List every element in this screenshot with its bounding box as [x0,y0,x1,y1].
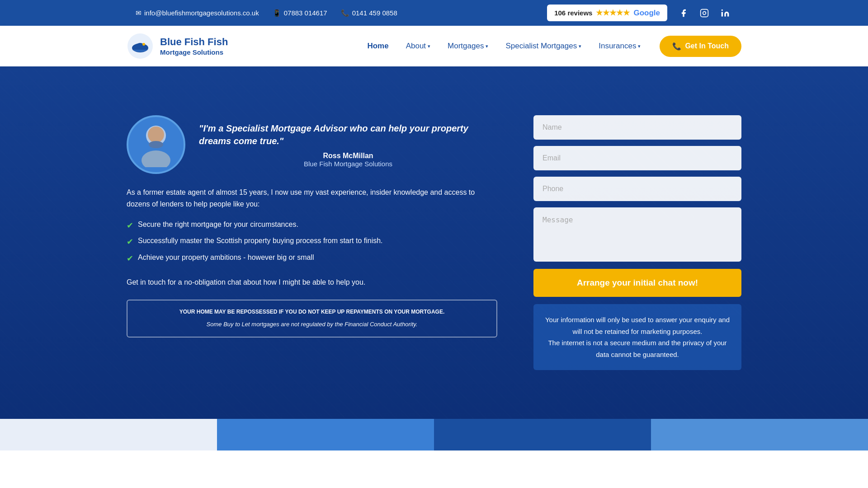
disclaimer-italic: Some Buy to Let mortgages are not regula… [137,320,487,329]
nav-mortgages[interactable]: Mortgages ▾ [441,38,495,54]
logo-line2: Mortgage Solutions [160,48,228,56]
hero-content: "I'm a Specialist Mortgage Advisor who c… [127,115,741,370]
strip-card-1 [0,419,217,450]
advisor-avatar [127,115,185,174]
whatsapp-icon: 📱 [273,9,281,17]
header: Blue Fish Fish Mortgage Solutions Home A… [0,26,868,66]
topbar-right: 106 reviews ★★★★★ Google [547,5,732,21]
bottom-strip [0,419,868,450]
hero-description: As a former estate agent of almost 15 ye… [127,187,497,210]
get-in-touch-button[interactable]: 📞 Get In Touch [660,36,741,57]
specialist-mortgages-chevron: ▾ [579,43,581,49]
logo-icon [127,33,154,60]
phone-icon: 📞 [341,9,349,17]
hero-cta-text: Get in touch for a no-obligation chat ab… [127,277,497,288]
reviews-stars: ★★★★★ [596,8,630,18]
reviews-count: 106 reviews [554,9,592,17]
advisor-company: Blue Fish Mortgage Solutions [199,160,497,168]
social-icons [676,6,732,20]
phone-btn-icon: 📞 [672,42,681,51]
nav-insurances[interactable]: Insurances ▾ [592,38,647,54]
svg-point-2 [722,9,723,10]
nav-specialist-mortgages[interactable]: Specialist Mortgages ▾ [499,38,588,54]
main-nav: Home About ▾ Mortgages ▾ Specialist Mort… [361,36,741,57]
advisor-photo [136,122,176,167]
email-address: info@bluefishmortgagesolutions.co.uk [144,9,259,17]
hero-left: "I'm a Specialist Mortgage Advisor who c… [127,115,497,338]
name-input[interactable] [533,115,741,140]
topbar-contacts: ✉ info@bluefishmortgagesolutions.co.uk 📱… [136,9,397,17]
message-input[interactable] [533,207,741,262]
hero-section: "I'm a Specialist Mortgage Advisor who c… [0,66,868,419]
advisor-quote-area: "I'm a Specialist Mortgage Advisor who c… [199,122,497,168]
svg-point-7 [142,150,170,167]
logo[interactable]: Blue Fish Fish Mortgage Solutions [127,33,228,60]
svg-point-9 [149,141,163,148]
whatsapp-number: 07883 014617 [284,9,327,17]
nav-home[interactable]: Home [361,38,395,54]
reviews-badge[interactable]: 106 reviews ★★★★★ Google [547,5,667,21]
disclaimer-box: YOUR HOME MAY BE REPOSSESSED IF YOU DO N… [127,300,497,338]
logo-line1: Blue Fish Fish [160,36,228,47]
advisor-top: "I'm a Specialist Mortgage Advisor who c… [127,115,497,174]
strip-card-3 [434,419,651,450]
svg-point-8 [148,127,164,143]
privacy-line1: Your information will only be used to an… [542,314,732,337]
reviews-platform: Google [633,9,660,18]
check-icon-1: ✔ [127,220,133,231]
mortgages-chevron: ▾ [486,43,488,49]
instagram-icon[interactable] [697,6,712,20]
email-icon: ✉ [136,9,142,17]
list-item: ✔ Successfully master the Scottish prope… [127,236,497,248]
contact-form: Arrange your initial chat now! [533,115,741,297]
privacy-line2: The internet is not a secure medium and … [542,337,732,360]
svg-point-5 [142,43,145,46]
phone-input[interactable] [533,177,741,201]
linkedin-icon[interactable] [718,6,732,20]
advisor-quote: "I'm a Specialist Mortgage Advisor who c… [199,122,497,147]
facebook-icon[interactable] [676,6,691,20]
check-icon-2: ✔ [127,236,133,248]
disclaimer-bold: YOUR HOME MAY BE REPOSSESSED IF YOU DO N… [137,308,487,316]
insurances-chevron: ▾ [638,43,641,49]
phone-number: 0141 459 0858 [352,9,397,17]
email-input[interactable] [533,146,741,170]
hero-right: Arrange your initial chat now! Your info… [533,115,741,370]
nav-about[interactable]: About ▾ [400,38,437,54]
strip-card-2 [217,419,434,450]
logo-text: Blue Fish Fish Mortgage Solutions [160,36,228,56]
submit-button[interactable]: Arrange your initial chat now! [533,269,741,297]
whatsapp-link[interactable]: 📱 07883 014617 [273,9,327,17]
list-item: ✔ Secure the right mortgage for your cir… [127,220,497,231]
checklist: ✔ Secure the right mortgage for your cir… [127,220,497,264]
svg-rect-0 [701,9,708,17]
phone-link[interactable]: 📞 0141 459 0858 [341,9,397,17]
advisor-name: Ross McMillan [199,152,497,160]
strip-card-4 [651,419,868,450]
privacy-note: Your information will only be used to an… [533,304,741,370]
check-icon-3: ✔ [127,253,133,264]
about-chevron: ▾ [428,43,430,49]
list-item: ✔ Achieve your property ambitions - howe… [127,253,497,264]
email-link[interactable]: ✉ info@bluefishmortgagesolutions.co.uk [136,9,259,17]
topbar: ✉ info@bluefishmortgagesolutions.co.uk 📱… [0,0,868,26]
